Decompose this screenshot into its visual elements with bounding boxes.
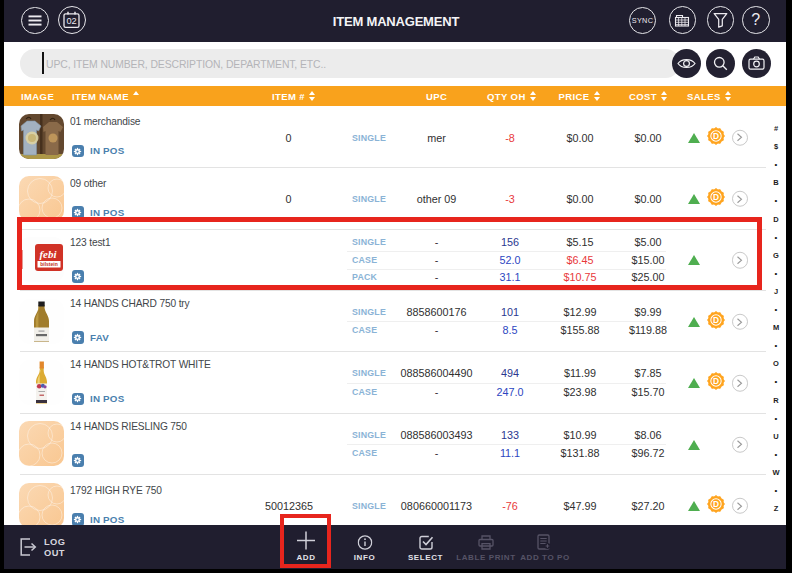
svg-text:D: D [712,315,718,325]
svg-text:D: D [712,499,718,509]
svg-text:D: D [712,376,718,386]
svg-text:D: D [712,131,718,141]
svg-text:D: D [712,192,718,202]
